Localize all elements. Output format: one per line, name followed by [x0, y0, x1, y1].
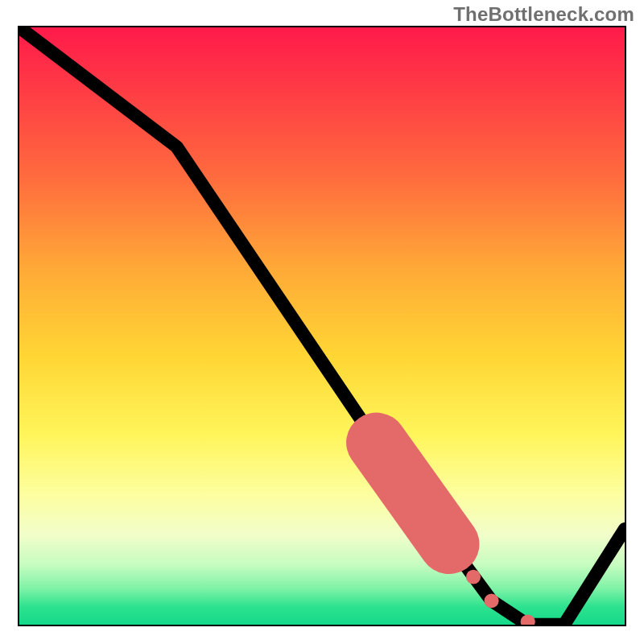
watermark-text: TheBottleneck.com — [453, 3, 634, 26]
chart-svg — [19, 27, 625, 625]
plot-area — [18, 26, 626, 626]
chart-stage: TheBottleneck.com — [0, 0, 644, 644]
marker-dot — [466, 570, 481, 584]
bottleneck-curve — [19, 27, 625, 625]
recommended-range-highlight — [377, 443, 449, 544]
marker-dot — [485, 593, 499, 608]
